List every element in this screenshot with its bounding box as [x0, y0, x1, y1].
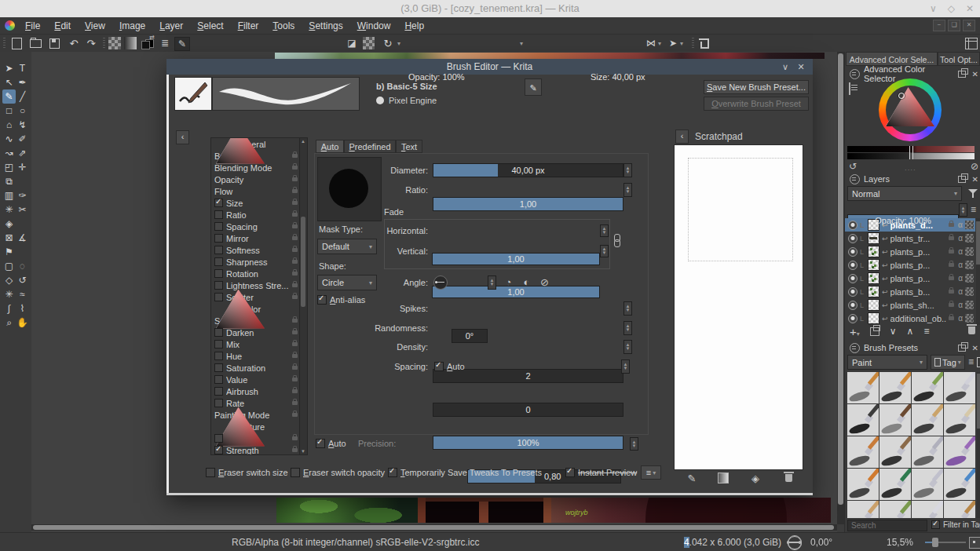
dialog-close-icon[interactable]: ✕: [794, 59, 808, 75]
mirror-vertical-dropdown-icon[interactable]: ▾: [678, 37, 685, 49]
tool-gradient[interactable]: ▥: [2, 188, 16, 203]
no-color-icon[interactable]: ⊘: [971, 161, 978, 172]
alpha-lock-icon[interactable]: α: [958, 274, 963, 283]
option-checkbox[interactable]: [214, 375, 223, 384]
option-lock-icon[interactable]: [292, 413, 298, 417]
layer-row[interactable]: L↩additional_ob...α: [845, 312, 975, 325]
layer-lock-icon[interactable]: [949, 250, 954, 254]
option-flow[interactable]: Flow: [211, 185, 307, 197]
tool-rectangle[interactable]: □: [2, 104, 16, 118]
tool-select-shapes[interactable]: ➤: [2, 61, 16, 75]
tool-fill[interactable]: ◈: [2, 217, 16, 231]
layer-row[interactable]: L↩plants_p...α: [845, 245, 975, 258]
tool-smart-patch[interactable]: ✂: [16, 203, 29, 217]
brush-preset-thumbnail[interactable]: [879, 501, 911, 518]
shade-strip-top[interactable]: [847, 146, 975, 152]
tool-edit-shapes[interactable]: ↖: [2, 75, 16, 89]
layer-row[interactable]: L↩plants_b...α: [845, 285, 975, 298]
options-scrollbar[interactable]: ▲▼: [299, 138, 307, 454]
option-section-general[interactable]: ▼General: [211, 138, 307, 150]
trim-canvas-icon[interactable]: [697, 37, 710, 49]
option-lock-icon[interactable]: [292, 201, 298, 205]
option-value[interactable]: Value: [211, 374, 307, 385]
eraser-mode-icon[interactable]: ◪: [346, 37, 358, 49]
layer-thumbnail[interactable]: [868, 299, 879, 311]
alpha-lock-icon[interactable]: α: [958, 221, 963, 229]
layer-lock-icon[interactable]: [949, 263, 954, 267]
option-checkbox[interactable]: [214, 293, 223, 301]
brush-preset-thumbnail[interactable]: [944, 469, 975, 500]
option-lock-icon[interactable]: [292, 319, 298, 323]
layer-name[interactable]: plants_p...: [890, 247, 947, 257]
dialog-collapse-icon[interactable]: ∨: [778, 59, 792, 75]
layer-row[interactable]: L↩plants_p...α: [845, 272, 975, 285]
alpha-lock-icon[interactable]: α: [958, 314, 963, 323]
tool-freehand-path[interactable]: ✐: [16, 132, 29, 146]
brush-preset-thumbnail[interactable]: [847, 436, 879, 468]
layer-blending-mode-select[interactable]: Normal▾: [847, 186, 962, 201]
randomness-slider[interactable]: 0: [433, 403, 623, 417]
precision-spinner[interactable]: ▲▼: [630, 437, 638, 451]
scratchpad-fill-gradient-icon[interactable]: ◈: [748, 473, 762, 485]
option-lock-icon[interactable]: [292, 260, 298, 264]
option-checkbox[interactable]: [214, 257, 223, 266]
tool-bezier-curve[interactable]: ∿: [2, 132, 16, 146]
randomness-spinner[interactable]: ▲▼: [623, 321, 632, 335]
tool-dynamic-brush[interactable]: ↝: [2, 146, 16, 160]
spacing-auto-checkbox[interactable]: Auto: [434, 362, 465, 371]
option-lock-icon[interactable]: [292, 224, 298, 228]
option-lightness-stre-[interactable]: Lightness Stre...: [211, 279, 307, 291]
close-icon[interactable]: ✕: [966, 0, 974, 17]
tool-similar-select[interactable]: ≈: [16, 287, 29, 301]
tool-enclose-fill[interactable]: ⊠: [2, 231, 16, 245]
spacing-spinner[interactable]: ▲▼: [621, 359, 630, 374]
brush-preset-thumbnail[interactable]: [879, 436, 911, 468]
mdi-close-icon[interactable]: ✕: [963, 20, 975, 31]
preset-view-mode-icon[interactable]: ≡: [968, 356, 974, 367]
layer-thumbnail[interactable]: [868, 232, 879, 244]
undo-icon[interactable]: ↶: [68, 37, 80, 49]
layer-lock-icon[interactable]: [949, 303, 954, 307]
zoom-slider[interactable]: [925, 542, 966, 543]
inherit-alpha-icon[interactable]: [965, 247, 974, 256]
workspace-chooser-icon[interactable]: [964, 37, 978, 49]
tool-pattern-edit[interactable]: ✳: [2, 203, 16, 217]
tool-reference-images[interactable]: ⚑: [2, 245, 16, 259]
alpha-lock-icon[interactable]: α: [958, 301, 963, 309]
maximize-icon[interactable]: ◇: [948, 0, 955, 17]
spikes-spinner[interactable]: ▲▼: [623, 301, 632, 316]
tool-measure[interactable]: ∡: [16, 231, 29, 245]
menu-tools[interactable]: Tools: [265, 17, 302, 35]
layer-name[interactable]: plants_p...: [890, 274, 947, 283]
diameter-slider[interactable]: 40,00 px: [433, 163, 623, 177]
density-slider[interactable]: 100%: [433, 436, 623, 450]
menu-settings[interactable]: Settings: [302, 17, 349, 35]
menu-filter[interactable]: Filter: [231, 17, 266, 35]
menu-image[interactable]: Image: [112, 17, 152, 35]
layers-scrollbar[interactable]: [976, 218, 980, 325]
vertical-fade-slider[interactable]: 1,00: [432, 286, 600, 298]
angle-dial[interactable]: [433, 276, 448, 290]
mask-type-select[interactable]: Default▾: [317, 239, 377, 254]
move-layer-down-icon[interactable]: ∨: [890, 326, 897, 337]
mdi-minimize-icon[interactable]: −: [933, 20, 945, 31]
inherit-alpha-icon[interactable]: [965, 301, 974, 309]
option-lock-icon[interactable]: [292, 236, 298, 240]
reload-dropdown-icon[interactable]: ▾: [396, 37, 402, 49]
delete-layer-icon[interactable]: [968, 326, 975, 337]
layer-name[interactable]: additional_ob...: [890, 314, 947, 323]
option-checkbox[interactable]: [214, 222, 223, 231]
save-icon[interactable]: [47, 37, 61, 49]
inherit-alpha-icon[interactable]: [965, 274, 974, 283]
option-checkbox[interactable]: [214, 246, 223, 254]
shade-strip-bottom[interactable]: [847, 153, 975, 159]
tool-color-sampler[interactable]: ✑: [16, 188, 29, 203]
save-tweaks-checkbox[interactable]: Temporarily Save Tweaks To Presets: [388, 468, 542, 477]
preserve-alpha-icon[interactable]: [363, 37, 375, 49]
reload-preset-icon[interactable]: ↻: [382, 37, 394, 49]
option-lock-icon[interactable]: [292, 248, 298, 252]
layer-opacity-spinner[interactable]: ▲▼: [959, 203, 967, 217]
angle-reset-icon[interactable]: ⊘: [539, 276, 550, 288]
menu-view[interactable]: View: [78, 17, 112, 35]
tool-magnetic-select[interactable]: ⌇: [16, 301, 29, 316]
